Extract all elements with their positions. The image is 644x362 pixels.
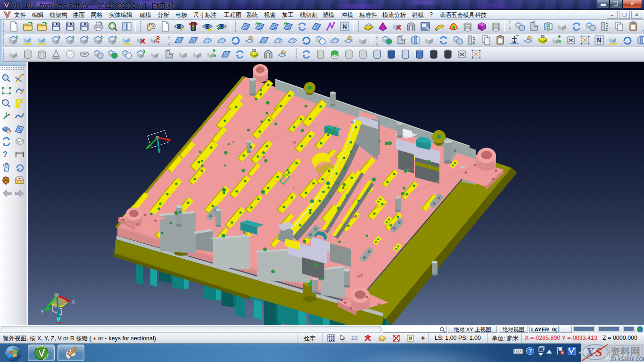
svg-text:Y: Y (41, 309, 44, 314)
svg-text:?: ? (528, 348, 532, 354)
svg-text:资料网: 资料网 (611, 346, 640, 357)
svg-text:R: R (157, 36, 160, 41)
svg-text:±: ± (1, 99, 4, 103)
svg-text:S: S (595, 346, 602, 359)
svg-text:?: ? (2, 150, 7, 158)
svg-text:N: N (342, 23, 347, 30)
svg-text:X: X (72, 299, 75, 304)
svg-text:N: N (597, 37, 601, 44)
svg-text:Z0-XS1616.COM: Z0-XS1616.COM (611, 357, 644, 362)
